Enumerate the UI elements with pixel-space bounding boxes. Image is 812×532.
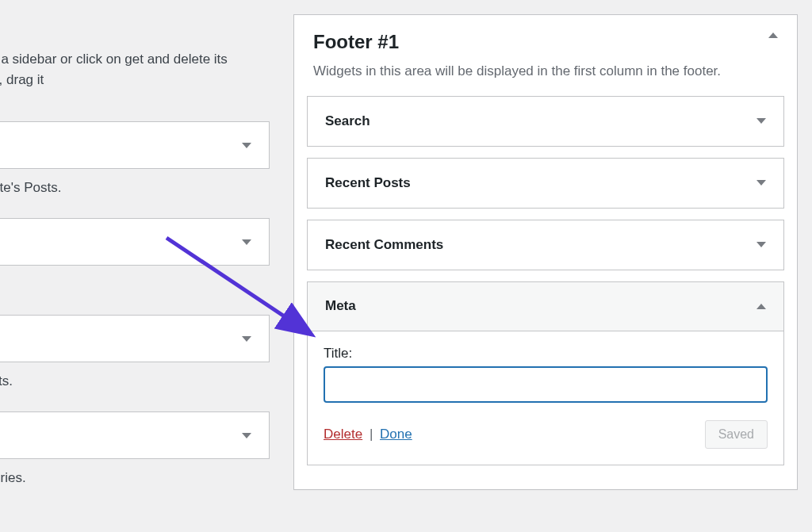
widget-list: Search Recent Posts Recent Comments xyxy=(294,96,797,489)
widget-actions: Delete | Done Saved xyxy=(324,420,768,449)
done-link[interactable]: Done xyxy=(380,427,412,442)
delete-link[interactable]: Delete xyxy=(324,427,362,442)
available-widget-desc: f your site's Posts. xyxy=(0,180,270,196)
widget-recent-posts: Recent Posts xyxy=(307,158,784,209)
separator: | xyxy=(370,427,373,442)
chevron-down-icon xyxy=(242,239,251,245)
widget-header[interactable]: Recent Comments xyxy=(308,220,783,270)
chevron-down-icon xyxy=(756,118,766,124)
available-widget-item[interactable] xyxy=(0,121,270,169)
chevron-down-icon xyxy=(242,433,251,438)
chevron-down-icon xyxy=(242,143,251,148)
chevron-up-icon xyxy=(756,304,766,309)
widget-body: Title: Delete | Done Saved xyxy=(308,331,783,465)
available-widget-item[interactable] xyxy=(0,411,270,459)
widget-area-header[interactable]: Footer #1 Widgets in this area will be d… xyxy=(294,15,797,96)
widget-name-label: Recent Comments xyxy=(325,237,443,253)
widget-header[interactable]: Search xyxy=(308,97,783,146)
saved-button: Saved xyxy=(705,420,768,449)
widget-header[interactable]: Recent Posts xyxy=(308,159,783,208)
chevron-up-icon xyxy=(768,33,778,38)
available-widgets-heading: ts xyxy=(0,16,270,38)
chevron-down-icon xyxy=(756,242,766,247)
footer-1-widget-area: Footer #1 Widgets in this area will be d… xyxy=(293,14,798,490)
widget-name-label: Search xyxy=(325,113,370,129)
available-widget-desc: ayer. xyxy=(0,277,270,293)
available-widget-desc: f categories. xyxy=(0,470,270,486)
widget-name-label: Meta xyxy=(325,298,356,314)
action-links: Delete | Done xyxy=(324,427,412,442)
widget-area-title: Footer #1 xyxy=(313,31,778,53)
widget-area-description: Widgets in this area will be displayed i… xyxy=(313,61,778,82)
title-input[interactable] xyxy=(324,366,768,403)
available-widget-desc: te's posts. xyxy=(0,373,270,389)
available-widgets-description: rag it to a sidebar or click on get and … xyxy=(0,49,270,90)
widget-recent-comments: Recent Comments xyxy=(307,220,784,270)
chevron-down-icon xyxy=(756,180,766,186)
available-widget-item[interactable] xyxy=(0,218,270,266)
widget-name-label: Recent Posts xyxy=(325,175,411,191)
chevron-down-icon xyxy=(242,336,251,342)
widget-header[interactable]: Meta xyxy=(308,282,783,331)
widget-area-panel: Footer #1 Widgets in this area will be d… xyxy=(285,0,812,532)
available-widgets-panel: ts rag it to a sidebar or click on get a… xyxy=(0,0,285,532)
widget-search: Search xyxy=(307,96,784,147)
widget-meta: Meta Title: Delete | Done Saved xyxy=(307,281,784,465)
available-widget-item[interactable] xyxy=(0,315,270,362)
title-label: Title: xyxy=(324,346,768,362)
